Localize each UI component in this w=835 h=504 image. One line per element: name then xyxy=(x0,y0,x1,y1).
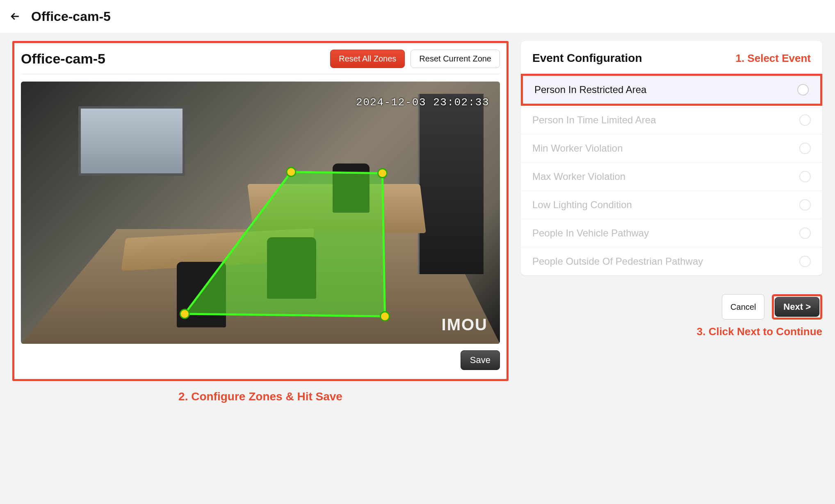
reset-all-zones-button[interactable]: Reset All Zones xyxy=(330,50,405,68)
event-option[interactable]: People Outside Of Pedestrian Pathway xyxy=(521,247,822,275)
video-config-card: Office-cam-5 Reset All Zones Reset Curre… xyxy=(12,41,509,381)
radio-icon[interactable] xyxy=(799,143,811,154)
event-option-label: Min Worker Violation xyxy=(532,143,623,154)
radio-icon[interactable] xyxy=(799,171,811,182)
next-button[interactable]: Next > xyxy=(775,297,819,317)
event-option-label: Low Lighting Condition xyxy=(532,199,632,211)
event-option[interactable]: Low Lighting Condition xyxy=(521,191,822,219)
event-list: Person In Restricted AreaPerson In Time … xyxy=(521,74,822,275)
event-option-label: People Outside Of Pedestrian Pathway xyxy=(532,256,703,267)
event-option[interactable]: Person In Time Limited Area xyxy=(521,106,822,134)
camera-title: Office-cam-5 xyxy=(21,51,105,67)
scene-window xyxy=(78,106,185,176)
event-option[interactable]: People In Vehicle Pathway xyxy=(521,219,822,247)
radio-icon[interactable] xyxy=(799,199,811,211)
video-timestamp: 2024-12-03 23:02:33 xyxy=(356,96,489,109)
annotation-step-1: 1. Select Event xyxy=(735,52,811,65)
annotation-next-highlight: Next > xyxy=(772,294,822,320)
cancel-button[interactable]: Cancel xyxy=(722,294,764,320)
event-option-label: Person In Time Limited Area xyxy=(532,114,656,126)
radio-icon[interactable] xyxy=(799,227,811,239)
radio-icon[interactable] xyxy=(799,256,811,267)
event-option[interactable]: Max Worker Violation xyxy=(521,162,822,191)
zone-handle[interactable] xyxy=(180,309,189,318)
event-option-label: Person In Restricted Area xyxy=(534,84,646,95)
zone-handle[interactable] xyxy=(380,312,389,321)
camera-feed[interactable]: 2024-12-03 23:02:33 IMOU xyxy=(21,82,500,344)
zone-handle[interactable] xyxy=(378,169,387,178)
event-option-label: Max Worker Violation xyxy=(532,171,625,182)
radio-icon[interactable] xyxy=(799,114,811,126)
save-button[interactable]: Save xyxy=(461,350,500,370)
event-option-label: People In Vehicle Pathway xyxy=(532,227,649,239)
event-option[interactable]: Min Worker Violation xyxy=(521,134,822,162)
event-option[interactable]: Person In Restricted Area xyxy=(521,74,822,106)
arrow-left-icon xyxy=(9,10,21,23)
event-config-card: Event Configuration 1. Select Event Pers… xyxy=(521,41,822,275)
camera-brand-logo: IMOU xyxy=(442,316,488,334)
scene-door xyxy=(418,94,484,274)
event-config-title: Event Configuration xyxy=(532,52,642,65)
annotation-step-3: 3. Click Next to Continue xyxy=(521,325,822,338)
back-button[interactable] xyxy=(8,9,22,23)
page-title: Office-cam-5 xyxy=(31,9,111,24)
zone-handle[interactable] xyxy=(287,168,296,177)
radio-icon[interactable] xyxy=(797,84,809,95)
annotation-step-2: 2. Configure Zones & Hit Save xyxy=(12,390,509,403)
top-bar: Office-cam-5 xyxy=(0,0,835,33)
reset-current-zone-button[interactable]: Reset Current Zone xyxy=(411,50,500,68)
